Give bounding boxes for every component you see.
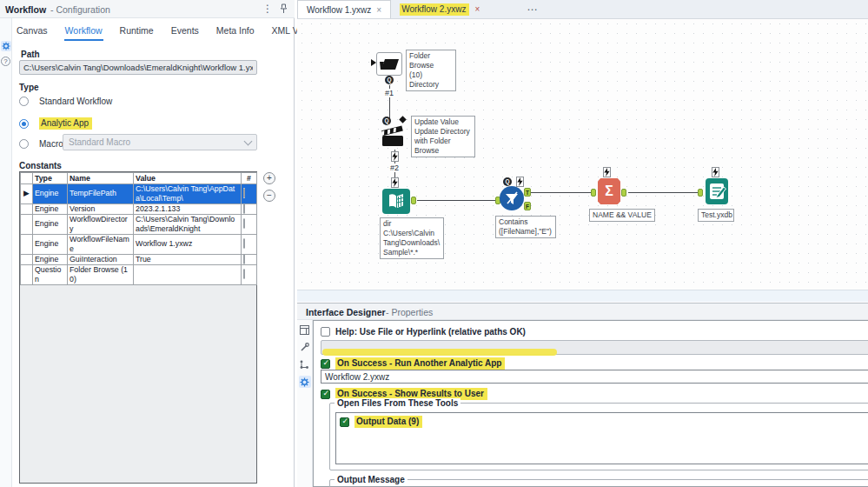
cell-check[interactable] [242,184,257,204]
cell-type[interactable]: Engine [33,184,68,204]
checkbox-checked[interactable] [340,417,349,427]
row-checkbox[interactable] [243,269,245,279]
workflow-canvas[interactable]: Q Folder Browse (10) Directory #1 Q Upda… [297,19,868,290]
tab-workflow-2[interactable]: Workflow 2.yxwz × [391,0,488,18]
row-checkbox[interactable] [243,203,245,214]
cell-name[interactable]: TempFilePath [68,184,134,204]
tab-workflow[interactable]: Workflow [64,23,103,41]
tab-runtime[interactable]: Runtime [119,23,155,41]
canvas-horizontal-scrollbar[interactable] [297,290,868,302]
tool-annotation[interactable]: Folder Browse (10) Directory [406,50,456,91]
macro-type-select[interactable]: Standard Macro [63,134,257,150]
row-checkbox[interactable] [243,188,245,198]
cell-check[interactable] [242,214,257,234]
remove-constant-button[interactable]: − [263,190,275,202]
cell-check[interactable] [242,254,257,264]
cell-name[interactable]: WorkflowDirectory [68,214,134,234]
update-value-action-tool[interactable] [380,123,406,150]
cell-name[interactable]: WorkflowFileName [68,234,134,254]
row-checkbox[interactable] [243,218,245,229]
cell-type[interactable]: Engine [33,234,68,254]
cell-type[interactable]: Question [33,264,68,284]
cell-check[interactable] [242,264,257,284]
table-row[interactable]: Engine WorkflowFileName Workflow 1.yxwz [21,234,257,254]
folder-browse-icon [377,53,401,75]
cell-type[interactable]: Engine [33,203,68,214]
output-data-option[interactable]: Output Data (9) [340,416,422,428]
table-row[interactable]: Engine GuiInteraction True [21,254,257,264]
cell-value[interactable] [134,264,242,284]
checkbox-checked[interactable] [321,359,330,369]
open-files-label: Open Files From These Tools [335,398,461,408]
layout-view-button[interactable] [299,324,311,336]
new-tab-button[interactable] [500,0,521,18]
tab-events[interactable]: Events [170,23,200,41]
cell-type[interactable]: Engine [33,254,68,264]
radio-standard-workflow[interactable]: Standard Workflow [19,97,112,106]
output-data-tool[interactable] [706,178,728,204]
help-hyperlink-option[interactable]: Help: Use File or Hyperlink (relative pa… [321,327,526,337]
connection-label: #1 [383,89,395,97]
row-checkbox[interactable] [243,254,245,264]
add-constant-button[interactable]: + [263,172,275,184]
cell-name[interactable]: Folder Browse (10) [68,264,134,284]
help-button[interactable]: ? [1,57,10,66]
configuration-gear-button[interactable] [1,41,11,51]
tool-annotation[interactable]: NAME && VALUE [589,209,655,222]
table-row[interactable]: ▶ Engine TempFilePath C:\Users\Calvin Ta… [21,184,257,204]
pin-panel-button[interactable] [276,2,290,16]
run-another-app-option[interactable]: On Success - Run Another Analytic App [321,357,505,370]
tool-annotation[interactable]: Contains ([FileName],"E") [495,216,556,238]
cell-value[interactable]: C:\Users\Calvin Tang\AppData\Local\Temp\ [134,184,242,204]
radio-macro[interactable]: Macro [19,139,63,149]
lightning-anchor [603,167,611,177]
run-app-path-input[interactable] [321,370,868,384]
properties-view-button[interactable] [299,376,311,388]
cell-value[interactable]: 2023.2.1.133 [134,203,242,214]
tool-annotation[interactable]: dir C:\Users\Calvin Tang\Downloads\ Samp… [380,217,444,259]
open-files-list[interactable]: Output Data (9) [335,412,868,464]
filter-tool[interactable] [500,186,524,210]
tab-canvas[interactable]: Canvas [16,23,49,41]
row-checkbox[interactable] [243,238,245,249]
cell-check[interactable] [242,234,257,254]
checkbox[interactable] [321,327,330,337]
test-view-button[interactable] [299,341,311,353]
open-book-icon [382,189,410,214]
highlight-mark [322,349,557,356]
row-selector [21,203,33,214]
cell-type[interactable]: Engine [33,214,68,234]
cell-name[interactable]: GuiInteraction [68,254,134,264]
tool-annotation[interactable]: Update Value Update Directory with Folde… [411,116,475,157]
type-header[interactable]: Type [33,173,68,184]
cell-value[interactable]: True [134,254,242,264]
path-input[interactable] [19,60,257,75]
cell-value[interactable]: Workflow 1.yxwz [134,234,242,254]
table-row[interactable]: Engine WorkflowDirectory C:\Users\Calvin… [21,214,257,234]
folder-browse-tool[interactable] [376,52,402,76]
cell-value[interactable]: C:\Users\Calvin Tang\Downloads\EmeraldKn… [134,214,242,234]
cell-check[interactable] [242,203,257,214]
tab-meta-info[interactable]: Meta Info [215,23,255,41]
table-row[interactable]: Engine Version 2023.2.1.133 [21,203,257,214]
table-row[interactable]: Question Folder Browse (10) [21,264,257,284]
name-header[interactable]: Name [68,173,134,184]
close-tab-icon[interactable]: × [376,5,381,15]
directory-tool[interactable] [382,189,410,214]
tab-workflow-1[interactable]: Workflow 1.yxwz × [297,0,391,18]
cell-name[interactable]: Version [68,203,134,214]
value-header[interactable]: Value [134,173,242,184]
summarize-tool[interactable]: Σ [598,178,620,204]
tree-view-button[interactable] [299,358,311,370]
close-tab-icon[interactable]: × [474,4,480,14]
more-tabs-button[interactable]: ⋯ [521,0,542,18]
tool-annotation[interactable]: Test.yxdb [698,209,734,222]
interface-designer-toolbar [297,320,313,487]
radio-analytic-app[interactable]: Analytic App [19,117,92,130]
checkbox-checked[interactable] [321,390,330,399]
hash-header[interactable]: # [242,173,257,184]
constants-label: Constants [19,161,62,170]
panel-menu-button[interactable]: ⋮ [261,2,275,16]
macro-type-select-value: Standard Macro [69,137,130,147]
type-label: Type [19,83,39,92]
